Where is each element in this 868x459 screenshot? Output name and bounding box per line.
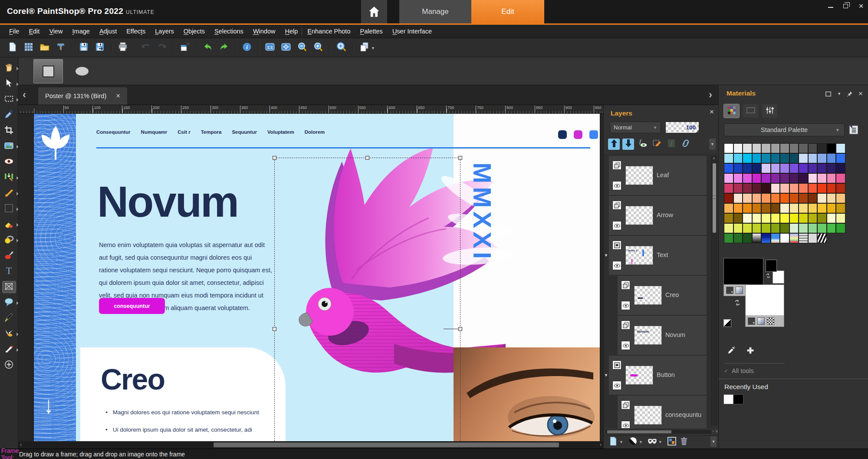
background-material[interactable] [745,284,784,327]
chevron-down-icon[interactable]: ▼ [837,92,841,96]
scrollbar-thumb[interactable] [607,430,671,433]
color-swatch[interactable] [799,213,808,223]
color-swatch[interactable] [789,213,799,223]
swap-colors-icon[interactable] [765,273,771,279]
color-swatch[interactable] [780,173,789,183]
color-swatch[interactable] [743,143,752,153]
sliders-tab[interactable] [762,104,777,118]
layer-row[interactable]: ▼ Leaf [604,156,719,196]
canvas-horizontal-scrollbar[interactable]: ‹ › [18,441,603,449]
layer-list-vertical-scrollbar[interactable]: ∧ [711,156,717,425]
tab-scroll-right-icon[interactable]: › [709,89,712,101]
color-swatch[interactable] [733,143,743,153]
selection-handle[interactable] [458,327,462,331]
color-swatch[interactable] [743,153,752,163]
color-swatch[interactable] [771,233,780,243]
gradient-style-button[interactable] [736,287,743,294]
color-swatch[interactable] [808,213,818,223]
layer-visibility-icon[interactable] [612,261,621,270]
color-swatch[interactable] [761,203,771,213]
color-swatch[interactable] [789,223,799,233]
color-swatch[interactable] [733,183,743,193]
color-swatch[interactable] [743,193,752,203]
zoom-in-button[interactable]: ▼ [312,41,325,54]
scroll-left-icon[interactable]: ‹ [18,441,23,448]
layer-expand-icon[interactable]: ▼ [604,253,608,258]
color-swatch[interactable] [780,183,789,193]
swap-materials-icon[interactable] [733,299,741,307]
canvas[interactable]: ↓ [34,114,600,441]
magnifier-button[interactable]: ▼ [335,41,348,54]
color-swatch[interactable] [743,203,752,213]
close-icon[interactable]: × [858,3,865,10]
new-layer-button[interactable]: ▼ [608,436,626,448]
layers-toolbar-more-icon[interactable]: ▼ [709,139,716,150]
save-as-button[interactable]: ▼ [93,41,106,54]
color-swatch[interactable] [733,203,743,213]
color-swatch[interactable] [836,193,845,203]
menu-selections[interactable]: Selections [210,25,248,38]
color-swatch[interactable] [817,223,827,233]
color-swatch[interactable] [780,153,789,163]
color-swatch[interactable] [827,223,836,233]
color-swatch[interactable] [771,173,780,183]
color-swatch[interactable] [780,203,789,213]
redo-history-button[interactable]: ▼ [155,41,168,54]
print-button[interactable]: ▼ [116,41,129,54]
scroll-right-icon[interactable]: › [598,441,603,448]
layer-visibility-icon[interactable] [621,421,630,428]
color-swatch[interactable] [817,153,827,163]
copy-special-button[interactable]: ▼ [358,41,371,54]
menu-enhance-photo[interactable]: Enhance Photo [302,25,355,38]
color-swatch[interactable] [817,213,827,223]
color-swatch[interactable] [733,233,743,243]
eyedropper-icon[interactable] [727,346,736,355]
resize-button[interactable]: ▼ [178,41,191,54]
add-color-icon[interactable] [746,346,755,355]
undo-history-button[interactable]: ▼ [139,41,152,54]
new-layer-group-button[interactable]: ▼ [667,436,677,448]
color-swatch[interactable] [817,193,827,203]
new-image-button[interactable]: ▼ [6,41,19,54]
move-layer-down-button[interactable] [622,139,634,150]
color-swatch[interactable] [724,143,733,153]
color-swatch[interactable] [761,193,771,203]
color-swatch[interactable] [817,143,827,153]
pen-tool[interactable] [3,313,16,324]
color-swatch[interactable] [817,163,827,173]
color-swatch[interactable] [761,153,771,163]
chevron-down-icon[interactable]: ▼ [619,440,623,444]
color-swatch[interactable] [780,223,789,233]
chevron-down-icon[interactable]: ▼ [658,440,662,444]
link-layers-button[interactable] [680,139,691,150]
selection-handle[interactable] [458,156,462,160]
color-swatch[interactable] [827,163,836,173]
layers-close-icon[interactable]: × [710,108,714,116]
tab-scroll-left-icon[interactable]: ‹ [23,89,26,101]
color-swatch[interactable] [799,203,808,213]
selection-tool[interactable] [3,94,16,105]
new-adjustment-layer-button[interactable]: ▼ [628,436,645,448]
add-more-tools-button[interactable] [3,360,16,371]
color-swatch[interactable] [752,143,762,153]
background-color-well[interactable] [746,285,784,315]
color-swatch[interactable] [752,213,762,223]
palette-select[interactable]: Standard Palette▼ [724,123,845,136]
color-swatch[interactable] [771,183,780,193]
color-swatch[interactable] [799,193,808,203]
color-swatch[interactable] [733,153,743,163]
color-swatch[interactable] [808,223,818,233]
color-swatch[interactable] [761,233,771,243]
color-swatch[interactable] [780,143,789,153]
selection-border-right[interactable] [460,158,460,441]
color-swatch[interactable] [724,163,733,173]
color-swatch[interactable] [771,153,780,163]
color-swatch[interactable] [836,153,845,163]
materials-close-icon[interactable]: × [858,89,863,98]
edit-workspace-tab[interactable]: Edit [471,0,544,23]
gradient-tab[interactable] [743,104,758,118]
color-swatch[interactable] [724,203,733,213]
color-swatch[interactable] [761,213,771,223]
layer-expand-icon[interactable]: ▼ [604,373,608,377]
layer-row[interactable]: ▼ Arrow [604,196,719,236]
